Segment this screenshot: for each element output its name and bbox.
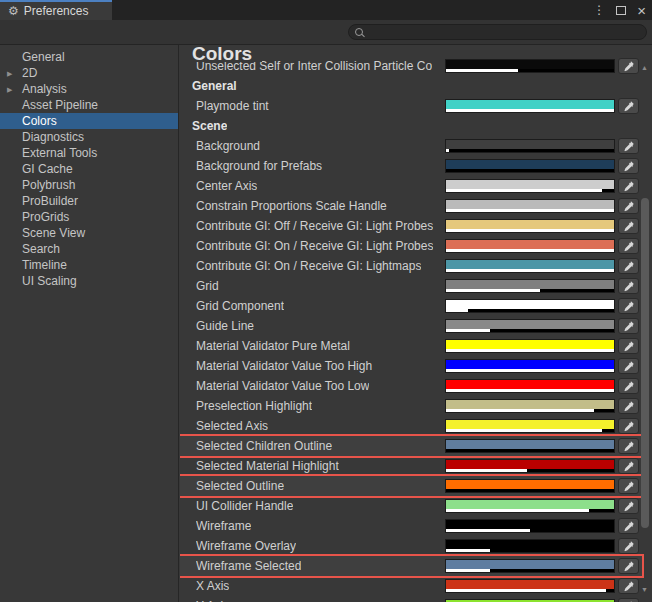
eyedropper-button[interactable] [618, 318, 639, 334]
color-setting-label: Y Axis [196, 596, 229, 602]
gear-icon: ⚙ [8, 5, 19, 17]
color-swatch[interactable] [445, 339, 615, 353]
sidebar-item-timeline[interactable]: Timeline [0, 257, 178, 273]
kebab-menu-icon[interactable]: ⋮ [593, 4, 605, 16]
eyedropper-button[interactable] [618, 98, 639, 114]
eyedropper-button[interactable] [618, 158, 639, 174]
eyedropper-button[interactable] [618, 578, 639, 594]
scroll-down-icon[interactable]: ▼ [641, 586, 648, 593]
eyedropper-button[interactable] [618, 218, 639, 234]
color-swatch[interactable] [445, 99, 615, 113]
color-swatch-alpha-bar [446, 329, 614, 332]
color-setting-label: Wireframe Selected [196, 556, 301, 576]
eyedropper-button[interactable] [618, 498, 639, 514]
color-swatch[interactable] [445, 399, 615, 413]
eyedropper-button[interactable] [618, 438, 639, 454]
tab-title: Preferences [24, 4, 89, 18]
preferences-tab[interactable]: ⚙ Preferences [0, 0, 112, 20]
color-swatch[interactable] [445, 259, 615, 273]
sidebar-item-asset-pipeline[interactable]: Asset Pipeline [0, 97, 178, 113]
eyedropper-button[interactable] [618, 598, 639, 602]
color-setting-label: Selected Axis [196, 416, 268, 436]
eyedropper-button[interactable] [618, 278, 639, 294]
color-swatch[interactable] [445, 59, 615, 73]
color-settings-list: Unselected Self or Inter Collision Parti… [180, 45, 652, 602]
color-setting-row: Center Axis [180, 176, 642, 196]
search-input[interactable] [367, 26, 627, 38]
eyedropper-button[interactable] [618, 378, 639, 394]
search-box[interactable] [348, 24, 647, 40]
color-setting-row: Grid [180, 276, 642, 296]
color-swatch[interactable] [445, 459, 615, 473]
sidebar-item-general[interactable]: General [0, 49, 178, 65]
color-swatch[interactable] [445, 219, 615, 233]
color-swatch[interactable] [445, 299, 615, 313]
sidebar-item-gi-cache[interactable]: GI Cache [0, 161, 178, 177]
color-setting-label: Grid [196, 276, 219, 296]
color-swatch[interactable] [445, 519, 615, 533]
eyedropper-button[interactable] [618, 198, 639, 214]
color-swatch[interactable] [445, 539, 615, 553]
eyedropper-button[interactable] [618, 58, 639, 74]
eyedropper-button[interactable] [618, 478, 639, 494]
eyedropper-button[interactable] [618, 418, 639, 434]
eyedropper-button[interactable] [618, 338, 639, 354]
sidebar-item-colors[interactable]: Colors [0, 113, 178, 129]
color-swatch[interactable] [445, 319, 615, 333]
color-swatch[interactable] [445, 279, 615, 293]
eyedropper-button[interactable] [618, 178, 639, 194]
eyedropper-button[interactable] [618, 358, 639, 374]
eyedropper-button[interactable] [618, 538, 639, 554]
sidebar-item-external-tools[interactable]: External Tools [0, 145, 178, 161]
eyedropper-button[interactable] [618, 458, 639, 474]
sidebar-item-probuilder[interactable]: ProBuilder [0, 193, 178, 209]
eyedropper-icon [623, 420, 635, 432]
color-swatch[interactable] [445, 579, 615, 593]
color-swatch[interactable] [445, 559, 615, 573]
eyedropper-button[interactable] [618, 238, 639, 254]
color-swatch-value [446, 400, 614, 409]
color-swatch[interactable] [445, 499, 615, 513]
color-swatch[interactable] [445, 379, 615, 393]
color-swatch-value [446, 440, 614, 449]
sidebar-item-ui-scaling[interactable]: UI Scaling [0, 273, 178, 289]
eyedropper-button[interactable] [618, 138, 639, 154]
page-title: Colors [192, 45, 262, 62]
eyedropper-button[interactable] [618, 298, 639, 314]
maximize-icon[interactable] [616, 6, 626, 15]
eyedropper-button[interactable] [618, 558, 639, 574]
close-icon[interactable]: × [637, 3, 646, 18]
color-setting-row: Contribute GI: On / Receive GI: Lightmap… [180, 256, 642, 276]
sidebar-item-2d[interactable]: ▶ 2D [0, 65, 178, 81]
eyedropper-button[interactable] [618, 258, 639, 274]
eyedropper-icon [623, 380, 635, 392]
color-swatch[interactable] [445, 419, 615, 433]
toolbar [0, 20, 652, 45]
color-swatch[interactable] [445, 239, 615, 253]
color-swatch[interactable] [445, 479, 615, 493]
scrollbar-thumb[interactable] [641, 198, 649, 528]
color-swatch[interactable] [445, 359, 615, 373]
color-swatch[interactable] [445, 159, 615, 173]
color-swatch[interactable] [445, 439, 615, 453]
color-swatch-alpha-bar [446, 109, 614, 112]
eyedropper-button[interactable] [618, 398, 639, 414]
color-swatch[interactable] [445, 139, 615, 153]
chevron-right-icon[interactable]: ▶ [7, 70, 12, 77]
color-setting-label: X Axis [196, 576, 229, 596]
color-swatch[interactable] [445, 199, 615, 213]
scroll-up-icon[interactable]: ▲ [641, 64, 648, 71]
eyedropper-icon [623, 320, 635, 332]
sidebar-item-progrids[interactable]: ProGrids [0, 209, 178, 225]
color-swatch[interactable] [445, 179, 615, 193]
preferences-window: { "window": { "tab_title": "Preferences"… [0, 0, 652, 602]
chevron-right-icon[interactable]: ▶ [7, 86, 12, 93]
color-swatch-alpha-bar [446, 249, 614, 252]
eyedropper-button[interactable] [618, 518, 639, 534]
color-swatch-alpha-bar [446, 409, 614, 412]
sidebar-item-search[interactable]: Search [0, 241, 178, 257]
sidebar-item-polybrush[interactable]: Polybrush [0, 177, 178, 193]
sidebar-item-analysis[interactable]: ▶ Analysis [0, 81, 178, 97]
sidebar-item-diagnostics[interactable]: Diagnostics [0, 129, 178, 145]
sidebar-item-scene-view[interactable]: Scene View [0, 225, 178, 241]
